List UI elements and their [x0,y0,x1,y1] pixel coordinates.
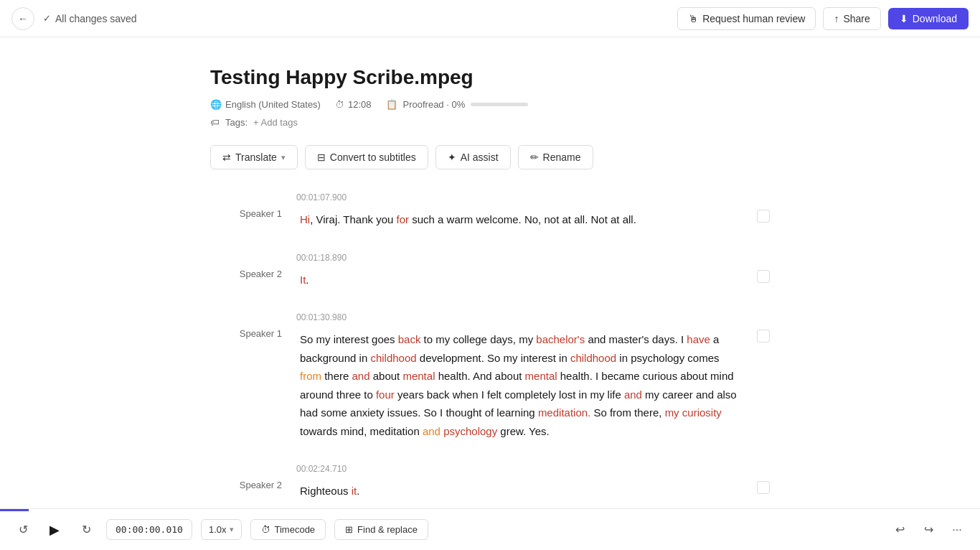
chevron-down-icon: ▾ [281,153,286,162]
request-review-label: Request human review [702,13,805,24]
proofread-icon: 📋 [386,99,397,110]
proofread-meta: 📋 Proofread · 0% [386,99,529,110]
transcript-segment: 00:01:18.890Speaker 2It. [210,253,770,293]
action-buttons: ⇄ Translate ▾ ⊟ Convert to subtitles ✦ A… [210,145,770,169]
speaker-label: Speaker 1 [210,327,282,339]
segment-row: Speaker 1So my interest goes back to my … [210,327,770,444]
rewind-button[interactable]: ↺ [11,518,34,541]
segment-timestamp: 00:01:18.890 [296,253,770,263]
transcript-segment: 00:01:30.980Speaker 1So my interest goes… [210,312,770,444]
segment-checkbox[interactable] [757,210,770,223]
speaker-label: Speaker 2 [210,267,282,279]
share-label: Share [843,13,870,24]
request-review-button[interactable]: 🖱 Request human review [677,7,816,30]
tags-label: Tags: [225,117,248,128]
pencil-icon: ✏ [530,152,539,163]
translate-button[interactable]: ⇄ Translate ▾ [210,145,298,169]
download-button[interactable]: ⬇ Download [888,8,969,29]
language-text: English (United States) [225,99,321,110]
convert-subtitles-button[interactable]: ⊟ Convert to subtitles [305,145,428,169]
undo-button[interactable]: ↩ [888,518,911,541]
rename-label: Rename [543,152,581,163]
bottom-right-controls: ↩ ↪ ··· [888,518,969,541]
all-changes-status: ✓ All changes saved [43,13,137,24]
convert-subtitles-label: Convert to subtitles [330,152,416,163]
bottom-bar: ↺ ▶ ↻ 00:00:00.010 1.0x ▾ ⏱ Timecode ⊞ F… [0,508,980,550]
duration-meta: ⏱ 12:08 [335,99,372,110]
segment-row: Speaker 2It. [210,267,770,293]
find-replace-button[interactable]: ⊞ Find & replace [334,519,428,540]
main-content: Testing Happy Scribe.mpeg 🌐 English (Uni… [0,37,980,508]
rename-button[interactable]: ✏ Rename [518,145,593,169]
timecode-button[interactable]: ⏱ Timecode [250,519,326,540]
segment-checkbox[interactable] [757,270,770,283]
segment-text[interactable]: It. [293,267,745,293]
download-label: Download [913,13,957,24]
clock-icon: ⏱ [335,99,344,110]
proofread-progress-bar [471,103,528,106]
translate-label: Translate [235,152,277,163]
timecode-icon: ⏱ [261,524,270,535]
request-review-icon: 🖱 [688,13,698,24]
language-meta: 🌐 English (United States) [210,99,321,110]
segment-timestamp: 00:01:07.900 [296,192,770,202]
find-replace-label: Find & replace [357,524,418,535]
transcript-segment: 00:01:07.900Speaker 1Hi, Viraj. Thank yo… [210,192,770,233]
segment-row: Speaker 1Hi, Viraj. Thank you for such a… [210,207,770,233]
speed-value: 1.0x [209,524,227,535]
segment-timestamp: 00:01:30.980 [296,312,770,322]
share-button[interactable]: ↑ Share [823,7,880,30]
proofread-text: Proofread · 0% [403,99,466,110]
timecode-label: Timecode [275,524,316,535]
segment-row: Speaker 2Righteous it. [210,478,770,504]
transcript-segment: 00:02:24.710Speaker 2Righteous it. [210,464,770,504]
segment-timestamp: 00:02:24.710 [296,464,770,474]
more-options-button[interactable]: ··· [946,518,969,541]
check-icon: ✓ [43,13,51,24]
subtitles-icon: ⊟ [317,152,326,163]
back-button[interactable]: ← [11,7,34,30]
redo-button[interactable]: ↪ [917,518,940,541]
chevron-down-icon: ▾ [230,525,234,534]
share-icon: ↑ [834,13,839,24]
translate-icon: ⇄ [222,152,231,163]
ai-icon: ✦ [448,152,456,163]
segment-text[interactable]: Hi, Viraj. Thank you for such a warm wel… [293,207,745,233]
speaker-label: Speaker 2 [210,478,282,490]
forward-button[interactable]: ↻ [75,518,98,541]
document-title: Testing Happy Scribe.mpeg [210,66,770,89]
ai-assist-button[interactable]: ✦ AI assist [435,145,511,169]
download-icon: ⬇ [900,13,908,24]
speaker-label: Speaker 1 [210,207,282,219]
document-meta: 🌐 English (United States) ⏱ 12:08 📋 Proo… [210,99,770,110]
globe-icon: 🌐 [210,99,222,110]
header: ← ✓ All changes saved 🖱 Request human re… [0,0,980,37]
segment-text[interactable]: So my interest goes back to my college d… [293,327,745,444]
segment-text[interactable]: Righteous it. [293,478,745,504]
tags-row: 🏷 Tags: + Add tags [210,117,770,128]
content-wrap: Testing Happy Scribe.mpeg 🌐 English (Uni… [167,66,813,504]
header-left: ← ✓ All changes saved [11,7,137,30]
speed-selector[interactable]: 1.0x ▾ [201,519,242,540]
status-text: All changes saved [55,13,137,24]
segment-checkbox[interactable] [757,330,770,342]
playback-progress [0,509,29,511]
segment-checkbox[interactable] [757,481,770,494]
transcript: 00:01:07.900Speaker 1Hi, Viraj. Thank yo… [210,192,770,504]
duration-text: 12:08 [348,99,372,110]
tag-icon: 🏷 [210,117,220,128]
play-button[interactable]: ▶ [43,518,66,541]
find-replace-icon: ⊞ [345,524,353,535]
time-display: 00:00:00.010 [106,519,192,540]
add-tags-button[interactable]: + Add tags [253,117,298,128]
ai-assist-label: AI assist [461,152,499,163]
header-right: 🖱 Request human review ↑ Share ⬇ Downloa… [677,7,969,30]
